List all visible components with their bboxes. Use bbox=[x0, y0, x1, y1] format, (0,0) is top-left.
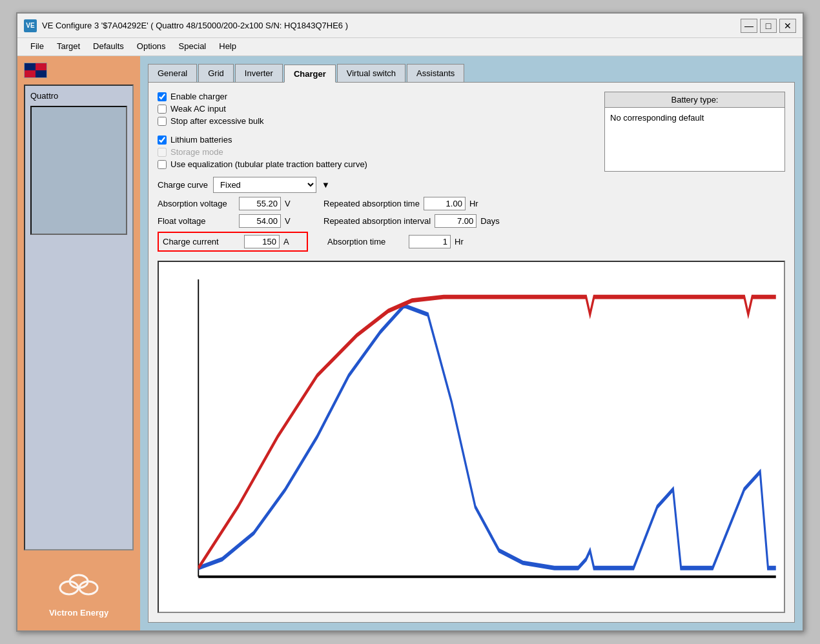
sidebar: Quattro Victron Energy bbox=[17, 56, 140, 630]
tab-general[interactable]: General bbox=[148, 64, 197, 82]
voltage-fields-row1: Absorption voltage V Repeated absorption… bbox=[158, 197, 785, 210]
charge-current-input[interactable] bbox=[244, 235, 280, 248]
charge-current-unit: A bbox=[283, 237, 303, 247]
absorption-time-input[interactable] bbox=[409, 235, 451, 248]
device-panel: Quattro bbox=[24, 85, 134, 550]
app-icon: VE bbox=[24, 19, 37, 32]
enable-charger-row: Enable charger bbox=[158, 92, 597, 101]
absorption-voltage-input[interactable] bbox=[239, 197, 281, 210]
float-voltage-label: Float voltage bbox=[158, 216, 235, 226]
repeated-absorption-interval-item: Repeated absorption interval Days bbox=[323, 214, 500, 228]
absorption-voltage-label: Absorption voltage bbox=[158, 199, 235, 208]
battery-type-value: No corresponding default bbox=[605, 108, 784, 140]
minimize-button[interactable]: — bbox=[741, 19, 757, 33]
charge-curve-chart bbox=[159, 262, 784, 612]
absorption-time-unit: Hr bbox=[455, 237, 474, 247]
storage-mode-label: Storage mode bbox=[170, 147, 223, 157]
stop-excessive-checkbox[interactable] bbox=[158, 117, 167, 126]
menu-help[interactable]: Help bbox=[212, 40, 243, 54]
svg-rect-3 bbox=[159, 262, 784, 612]
title-bar: VE VE Configure 3 '$7A04292E' ( Quattro … bbox=[17, 14, 803, 38]
absorption-voltage-unit: V bbox=[285, 199, 304, 208]
tab-assistants[interactable]: Assistants bbox=[407, 64, 464, 82]
logo-text: Victron Energy bbox=[24, 608, 134, 618]
menu-target[interactable]: Target bbox=[50, 40, 87, 54]
float-voltage-input[interactable] bbox=[239, 214, 281, 228]
battery-type-header: Battery type: bbox=[605, 92, 784, 108]
voltage-fields-row3: Charge current A Absorption time Hr bbox=[158, 232, 785, 252]
weak-ac-checkbox[interactable] bbox=[158, 105, 167, 114]
repeated-absorption-interval-unit: Days bbox=[480, 216, 500, 226]
charge-curve-select[interactable]: Fixed Adaptive bbox=[213, 177, 316, 193]
window-title: VE Configure 3 '$7A04292E' ( Quattro 48/… bbox=[42, 21, 741, 30]
title-bar-buttons: — □ ✕ bbox=[741, 19, 796, 33]
enable-charger-checkbox[interactable] bbox=[158, 92, 167, 101]
device-name: Quattro bbox=[30, 91, 127, 101]
repeated-absorption-time-input[interactable] bbox=[424, 197, 466, 210]
menu-options[interactable]: Options bbox=[130, 40, 172, 54]
flag-icon bbox=[24, 63, 47, 78]
weak-ac-label: Weak AC input bbox=[170, 104, 226, 114]
charge-current-label: Charge current bbox=[163, 237, 240, 247]
repeated-absorption-time-unit: Hr bbox=[469, 199, 489, 208]
main-window: VE VE Configure 3 '$7A04292E' ( Quattro … bbox=[16, 12, 804, 632]
main-content: Quattro Victron Energy Ge bbox=[17, 56, 803, 630]
dropdown-arrow-icon: ▼ bbox=[322, 180, 330, 190]
lithium-checkbox[interactable] bbox=[158, 136, 167, 145]
charge-current-item: Charge current A bbox=[158, 232, 308, 252]
tab-inverter[interactable]: Inverter bbox=[235, 64, 283, 82]
menu-file[interactable]: File bbox=[24, 40, 50, 54]
storage-mode-checkbox bbox=[158, 148, 167, 157]
menu-defaults[interactable]: Defaults bbox=[87, 40, 130, 54]
battery-type-box: Battery type: No corresponding default bbox=[604, 92, 785, 172]
victron-logo-svg bbox=[53, 563, 105, 602]
tabs: General Grid Inverter Charger Virtual sw… bbox=[148, 64, 795, 82]
float-voltage-item: Float voltage V bbox=[158, 214, 304, 228]
equalization-label: Use equalization (tubular plate traction… bbox=[170, 159, 367, 169]
absorption-time-label: Absorption time bbox=[327, 237, 405, 247]
menu-bar: File Target Defaults Options Special Hel… bbox=[17, 38, 803, 56]
voltage-fields-row2: Float voltage V Repeated absorption inte… bbox=[158, 214, 785, 228]
right-panel: General Grid Inverter Charger Virtual sw… bbox=[140, 56, 803, 630]
lithium-row: Lithium batteries bbox=[158, 135, 597, 145]
tab-grid[interactable]: Grid bbox=[198, 64, 234, 82]
stop-excessive-label: Stop after excessive bulk bbox=[170, 116, 264, 126]
equalization-row: Use equalization (tubular plate traction… bbox=[158, 159, 597, 169]
charge-curve-row: Charge curve Fixed Adaptive ▼ bbox=[158, 177, 785, 193]
charger-tab-content: Enable charger Weak AC input Stop after … bbox=[148, 82, 795, 623]
enable-charger-label: Enable charger bbox=[170, 92, 227, 101]
equalization-checkbox[interactable] bbox=[158, 160, 167, 169]
repeated-absorption-time-item: Repeated absorption time Hr bbox=[323, 197, 489, 210]
menu-special[interactable]: Special bbox=[172, 40, 213, 54]
restore-button[interactable]: □ bbox=[760, 19, 777, 33]
repeated-absorption-interval-input[interactable] bbox=[435, 214, 477, 228]
charge-curve-label: Charge curve bbox=[158, 180, 208, 190]
weak-ac-row: Weak AC input bbox=[158, 104, 597, 114]
chart-area bbox=[158, 261, 785, 613]
tab-charger[interactable]: Charger bbox=[284, 65, 336, 83]
left-checkboxes: Enable charger Weak AC input Stop after … bbox=[158, 92, 597, 172]
close-button[interactable]: ✕ bbox=[779, 19, 796, 33]
repeated-absorption-interval-label: Repeated absorption interval bbox=[323, 216, 431, 226]
absorption-voltage-item: Absorption voltage V bbox=[158, 197, 304, 210]
storage-mode-row: Storage mode bbox=[158, 147, 597, 157]
device-display bbox=[30, 106, 127, 235]
logo-area: Victron Energy bbox=[24, 557, 134, 624]
repeated-absorption-time-label: Repeated absorption time bbox=[323, 199, 420, 208]
lithium-label: Lithium batteries bbox=[170, 135, 232, 145]
absorption-time-item: Absorption time Hr bbox=[327, 232, 474, 252]
stop-excessive-row: Stop after excessive bulk bbox=[158, 116, 597, 126]
float-voltage-unit: V bbox=[285, 216, 304, 226]
tab-virtual-switch[interactable]: Virtual switch bbox=[337, 64, 405, 82]
top-section: Enable charger Weak AC input Stop after … bbox=[158, 92, 785, 172]
